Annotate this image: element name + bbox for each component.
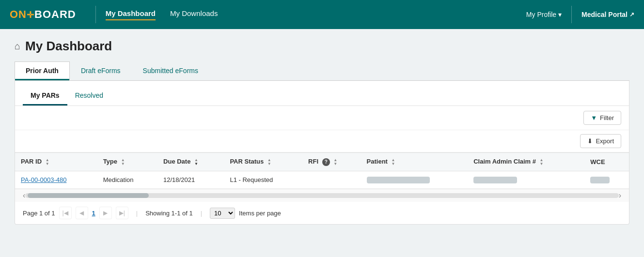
medical-portal-label: Medical Portal [581, 11, 628, 18]
filter-icon: ▼ [591, 114, 597, 121]
showing-label: Showing 1-1 of 1 [145, 210, 193, 217]
inner-tabs: My PARs Resolved [15, 81, 629, 106]
cell-wce [584, 171, 629, 189]
pars-table: PAR ID ▲▼ Type ▲▼ Due Date ▲▼ PAR Stat [15, 152, 629, 189]
main-card: My PARs Resolved ▼ Filter ⬇ Export [15, 81, 629, 225]
pagination-separator: | [136, 210, 138, 217]
page-label: Page 1 of 1 [23, 210, 55, 217]
main-content: ⌂ My Dashboard Prior Auth Draft eForms S… [0, 29, 644, 257]
logo-compass-icon: ✛ [27, 10, 34, 20]
logo-on: ON [10, 8, 27, 20]
filter-button[interactable]: ▼ Filter [583, 111, 621, 125]
col-par-id[interactable]: PAR ID ▲▼ [15, 153, 97, 171]
cell-par-status: L1 - Requested [224, 171, 302, 189]
nav-links: My Dashboard My Downloads [106, 9, 526, 20]
nav-link-dashboard[interactable]: My Dashboard [106, 9, 156, 20]
cell-type: Medication [97, 171, 157, 189]
nav-divider-left [95, 6, 96, 23]
table-wrap: PAR ID ▲▼ Type ▲▼ Due Date ▲▼ PAR Stat [15, 152, 629, 189]
external-link-icon: ↗ [629, 11, 634, 18]
first-page-button[interactable]: |◀ [59, 207, 72, 219]
col-claim-admin[interactable]: Claim Admin Claim # ▲▼ [468, 153, 584, 171]
logo-board: BOARD [34, 8, 76, 20]
logo: ON✛BOARD [10, 8, 76, 21]
medical-portal-link[interactable]: Medical Portal ↗ [581, 11, 634, 18]
filter-toolbar: ▼ Filter [15, 106, 629, 130]
outer-tabs: Prior Auth Draft eForms Submitted eForms [15, 61, 629, 81]
export-label: Export [596, 137, 614, 145]
scroll-right-arrow[interactable]: › [619, 191, 621, 200]
items-per-page-label: Items per page [239, 210, 281, 217]
pagination-separator2: | [201, 210, 202, 217]
cell-rfi [302, 171, 361, 189]
fake-scrollbar[interactable] [25, 193, 618, 198]
tab-submitted-eforms[interactable]: Submitted eForms [132, 61, 209, 80]
tab-prior-auth[interactable]: Prior Auth [15, 61, 70, 80]
last-page-button[interactable]: ▶| [116, 207, 128, 219]
col-rfi[interactable]: RFI ? ▲▼ [302, 153, 361, 171]
download-icon: ⬇ [587, 137, 593, 145]
nav-link-downloads[interactable]: My Downloads [170, 9, 218, 20]
col-due-date[interactable]: Due Date ▲▼ [157, 153, 224, 171]
items-per-page-select[interactable]: 10 25 50 100 [210, 208, 235, 219]
table-header-row: PAR ID ▲▼ Type ▲▼ Due Date ▲▼ PAR Stat [15, 153, 629, 171]
cell-patient [361, 171, 468, 189]
cell-claim-admin [468, 171, 584, 189]
current-page-number[interactable]: 1 [92, 210, 95, 217]
next-page-button[interactable]: ▶ [99, 207, 112, 219]
par-id-link[interactable]: PA-00-0003-480 [21, 176, 66, 183]
nav-divider-right [571, 6, 572, 23]
page-header: ⌂ My Dashboard [15, 39, 629, 54]
table-row: PA-00-0003-480 Medication 12/18/2021 L1 … [15, 171, 629, 189]
filter-label: Filter [600, 114, 614, 121]
col-wce[interactable]: WCE [584, 153, 629, 171]
page-title: My Dashboard [25, 39, 112, 54]
rfi-help-icon: ? [322, 158, 330, 166]
inner-tab-resolved[interactable]: Resolved [67, 88, 111, 106]
prev-page-button[interactable]: ◀ [76, 207, 88, 219]
nav-right: My Profile ▾ Medical Portal ↗ [526, 6, 634, 23]
navbar: ON✛BOARD My Dashboard My Downloads My Pr… [0, 0, 644, 29]
cell-par-id: PA-00-0003-480 [15, 171, 97, 189]
col-patient[interactable]: Patient ▲▼ [361, 153, 468, 171]
cell-due-date: 12/18/2021 [157, 171, 224, 189]
horizontal-scrollbar-row: ‹ › [15, 189, 629, 202]
col-par-status[interactable]: PAR Status ▲▼ [224, 153, 302, 171]
logo-text: ON✛BOARD [10, 8, 76, 21]
tab-draft-eforms[interactable]: Draft eForms [70, 61, 132, 80]
inner-tab-my-pars[interactable]: My PARs [23, 88, 67, 106]
col-type[interactable]: Type ▲▼ [97, 153, 157, 171]
export-toolbar: ⬇ Export [15, 130, 629, 152]
scrollbar-thumb [28, 193, 149, 198]
my-profile-menu[interactable]: My Profile ▾ [526, 11, 562, 18]
my-profile-label: My Profile [526, 11, 556, 18]
profile-chevron-icon: ▾ [558, 11, 562, 18]
home-icon: ⌂ [15, 41, 20, 52]
pagination: Page 1 of 1 |◀ ◀ 1 ▶ ▶| | Showing 1-1 of… [15, 202, 629, 224]
export-button[interactable]: ⬇ Export [580, 134, 621, 148]
